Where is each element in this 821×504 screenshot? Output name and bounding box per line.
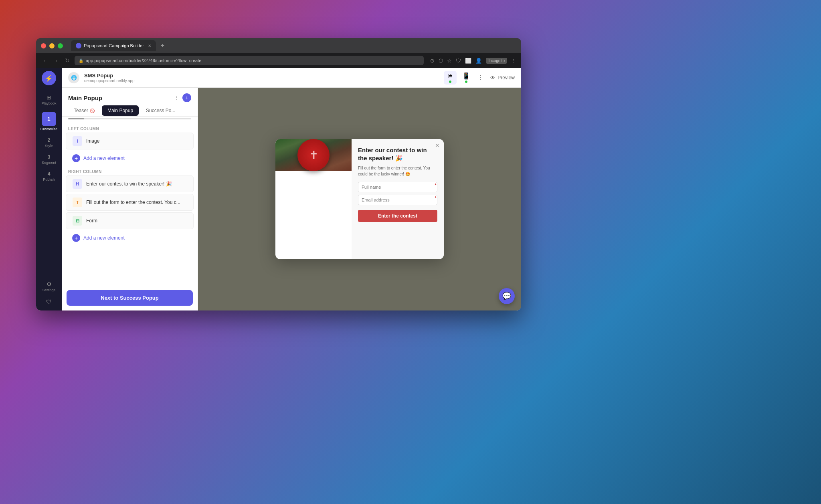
heading-element-label: Enter our contest to win the speaker! 🎉 bbox=[86, 181, 172, 187]
image-element-icon: I bbox=[73, 136, 82, 146]
desktop-icon: 🖥 bbox=[447, 73, 453, 80]
menu-icon[interactable]: ⋮ bbox=[511, 58, 516, 64]
extensions-icon[interactable]: ⬡ bbox=[439, 58, 443, 64]
mobile-indicator bbox=[465, 81, 467, 83]
tab-scrollbar bbox=[68, 118, 191, 119]
preview-btn[interactable]: 👁 Preview bbox=[490, 75, 515, 81]
preview-label: Preview bbox=[497, 75, 515, 81]
add-right-element-btn[interactable]: + Add a new element bbox=[66, 231, 194, 245]
sidebar-item-settings[interactable]: ⚙ Settings bbox=[38, 278, 59, 294]
left-panel: Main Popup ⋮ + Teaser 🚫 Main P bbox=[62, 88, 198, 310]
tab-success-popup[interactable]: Success Po... bbox=[140, 105, 181, 116]
back-btn[interactable]: ‹ bbox=[41, 57, 49, 64]
incognito-badge: Incognito bbox=[486, 58, 507, 64]
tab-teaser[interactable]: Teaser 🚫 bbox=[68, 105, 100, 116]
settings-icon: ⚙ bbox=[47, 281, 52, 287]
device-toggles: 🖥 📱 ⋮ bbox=[444, 71, 485, 85]
email-field-wrapper: * bbox=[358, 195, 437, 205]
traffic-light-fullscreen[interactable] bbox=[58, 43, 63, 48]
add-left-element-label: Add a new element bbox=[83, 155, 125, 161]
header-more-btn[interactable]: ⋮ bbox=[476, 72, 485, 83]
sidebar-logo[interactable]: ⚡ bbox=[42, 71, 56, 85]
traffic-light-close[interactable] bbox=[41, 43, 46, 48]
url-text: app.popupsmart.com/builder/32749/customi… bbox=[86, 58, 201, 63]
popup-preview: ✝ ✕ Enter our contest to win the speaker… bbox=[275, 139, 444, 259]
sidebar-bottom: ⚙ Settings 🛡 bbox=[36, 273, 62, 310]
panel-more-btn[interactable]: ⋮ bbox=[174, 95, 179, 101]
browser-window: Popupsmart Campaign Builder ✕ + ‹ › ↻ 🔒 … bbox=[36, 38, 521, 310]
help-icon: 🛡 bbox=[46, 298, 52, 305]
email-required-star: * bbox=[435, 196, 437, 201]
canvas-area: ✝ ✕ Enter our contest to win the speaker… bbox=[198, 88, 521, 310]
forward-btn[interactable]: › bbox=[52, 57, 60, 64]
panel-title: Main Popup bbox=[68, 95, 102, 101]
popup-heading: Enter our contest to win the speaker! 🎉 bbox=[358, 146, 437, 162]
builder-area: 🌐 SMS Popup demopopupsmart.netlify.app 🖥… bbox=[62, 68, 521, 310]
main-popup-tab-label: Main Popup bbox=[107, 108, 133, 113]
add-right-element-label: Add a new element bbox=[83, 235, 125, 241]
sidebar-item-style[interactable]: 2 Style bbox=[38, 135, 59, 150]
desktop-indicator bbox=[449, 81, 451, 83]
playbook-icon: ⊞ bbox=[47, 94, 51, 101]
add-left-element-btn[interactable]: + Add a new element bbox=[66, 151, 194, 165]
popup-subtext: Fill out the form to enter the contest. … bbox=[358, 165, 437, 177]
sidebar-divider bbox=[42, 275, 55, 275]
browser-addressbar: ‹ › ↻ 🔒 app.popupsmart.com/builder/32749… bbox=[36, 53, 521, 68]
panel-add-btn[interactable]: + bbox=[182, 93, 191, 102]
chat-btn[interactable]: 💬 bbox=[499, 288, 515, 304]
next-to-success-btn[interactable]: Next to Success Popup bbox=[67, 290, 193, 306]
builder-header: 🌐 SMS Popup demopopupsmart.netlify.app 🖥… bbox=[62, 68, 521, 88]
campaign-icon: 🌐 bbox=[68, 72, 79, 83]
popup-image-left: ✝ bbox=[275, 139, 352, 171]
layout-icon[interactable]: ⬜ bbox=[465, 58, 471, 64]
image-element-label: Image bbox=[86, 138, 99, 144]
address-field[interactable]: 🔒 app.popupsmart.com/builder/32749/custo… bbox=[75, 56, 424, 65]
add-right-element-icon: + bbox=[72, 234, 80, 242]
desktop-device-btn[interactable]: 🖥 bbox=[444, 71, 457, 85]
sidebar-item-customize[interactable]: 1 Customize bbox=[38, 109, 59, 133]
sidebar-item-publish[interactable]: 4 Publish bbox=[38, 169, 59, 184]
mobile-device-btn[interactable]: 📱 bbox=[459, 71, 473, 85]
element-form[interactable]: ⊟ Form bbox=[66, 212, 194, 229]
builder-main: Main Popup ⋮ + Teaser 🚫 Main P bbox=[62, 88, 521, 310]
text-element-icon: T bbox=[73, 198, 82, 207]
tab-scrollbar-thumb bbox=[68, 118, 84, 119]
element-text[interactable]: T Fill out the form to enter the contest… bbox=[66, 194, 194, 211]
sidebar-item-help[interactable]: 🛡 bbox=[38, 296, 59, 307]
sidebar: ⚡ ⊞ Playbook 1 Customize 2 Style 3 Segme… bbox=[36, 68, 62, 310]
teaser-tab-label: Teaser bbox=[74, 108, 88, 113]
refresh-btn[interactable]: ↻ bbox=[63, 57, 71, 64]
cast-icon[interactable]: ⊙ bbox=[430, 58, 435, 64]
bookmark-icon[interactable]: ☆ bbox=[447, 58, 452, 64]
sidebar-item-segment[interactable]: 3 Segment bbox=[38, 152, 59, 167]
speaker-graphic: ✝ bbox=[297, 139, 330, 171]
element-image[interactable]: I Image bbox=[66, 133, 194, 149]
segment-num: 3 bbox=[48, 154, 51, 160]
popup-right-content: ✕ Enter our contest to win the speaker! … bbox=[352, 139, 444, 259]
publish-num: 4 bbox=[48, 171, 51, 177]
browser-tab[interactable]: Popupsmart Campaign Builder ✕ bbox=[71, 40, 156, 51]
traffic-light-minimize[interactable] bbox=[49, 43, 55, 48]
fullname-input[interactable] bbox=[358, 182, 437, 192]
form-element-label: Form bbox=[86, 218, 97, 224]
tab-favicon bbox=[76, 43, 81, 48]
avatar-icon[interactable]: 👤 bbox=[475, 58, 482, 64]
sidebar-segment-label: Segment bbox=[42, 161, 56, 165]
shield-icon[interactable]: 🛡 bbox=[456, 58, 461, 64]
sidebar-style-label: Style bbox=[45, 144, 53, 148]
new-tab-btn[interactable]: + bbox=[161, 42, 164, 49]
popup-submit-btn[interactable]: Enter the contest bbox=[358, 210, 437, 222]
fullname-required-star: * bbox=[435, 183, 437, 188]
browser-titlebar: Popupsmart Campaign Builder ✕ + bbox=[36, 38, 521, 53]
tab-main-popup[interactable]: Main Popup bbox=[102, 105, 139, 116]
sidebar-playbook-label: Playbook bbox=[41, 101, 56, 105]
sidebar-item-playbook[interactable]: ⊞ Playbook bbox=[38, 92, 59, 108]
tab-title: Popupsmart Campaign Builder bbox=[84, 43, 144, 48]
element-heading[interactable]: H Enter our contest to win the speaker! … bbox=[66, 175, 194, 192]
email-input[interactable] bbox=[358, 195, 437, 205]
tab-close-btn[interactable]: ✕ bbox=[148, 44, 151, 48]
popup-close-btn[interactable]: ✕ bbox=[435, 142, 440, 149]
add-left-element-icon: + bbox=[72, 154, 80, 162]
style-num: 2 bbox=[48, 137, 51, 143]
lock-icon: 🔒 bbox=[79, 58, 83, 63]
